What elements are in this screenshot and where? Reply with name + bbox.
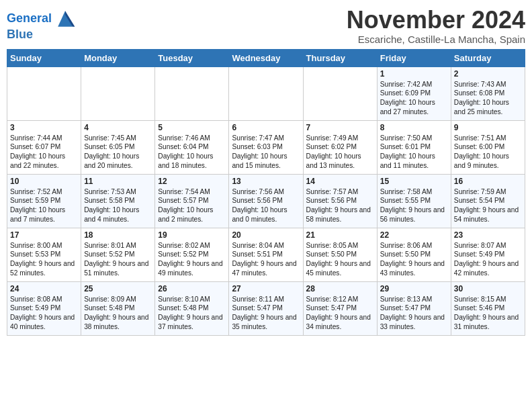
calendar-cell [303, 66, 377, 120]
day-number: 25 [84, 284, 152, 293]
calendar-week-row: 3Sunrise: 7:44 AM Sunset: 6:07 PM Daylig… [7, 120, 525, 174]
calendar-cell: 27Sunrise: 8:11 AM Sunset: 5:47 PM Dayli… [229, 281, 303, 335]
day-number: 20 [232, 230, 300, 240]
cell-sun-info: Sunrise: 8:12 AM Sunset: 5:47 PM Dayligh… [306, 295, 374, 332]
cell-sun-info: Sunrise: 7:44 AM Sunset: 6:07 PM Dayligh… [10, 134, 78, 171]
day-of-week-header: Sunday [7, 49, 81, 66]
cell-sun-info: Sunrise: 8:04 AM Sunset: 5:51 PM Dayligh… [232, 241, 300, 278]
day-number: 24 [10, 284, 78, 293]
day-number: 29 [380, 284, 448, 293]
calendar-cell: 7Sunrise: 7:49 AM Sunset: 6:02 PM Daylig… [303, 120, 377, 174]
calendar-cell: 2Sunrise: 7:43 AM Sunset: 6:08 PM Daylig… [451, 66, 525, 120]
cell-sun-info: Sunrise: 8:05 AM Sunset: 5:50 PM Dayligh… [306, 241, 374, 278]
day-of-week-header: Saturday [451, 49, 525, 66]
cell-sun-info: Sunrise: 7:46 AM Sunset: 6:04 PM Dayligh… [158, 134, 226, 171]
calendar-header: SundayMondayTuesdayWednesdayThursdayFrid… [7, 49, 525, 66]
calendar-cell: 30Sunrise: 8:15 AM Sunset: 5:46 PM Dayli… [451, 281, 525, 335]
day-number: 23 [454, 230, 522, 240]
calendar-cell: 10Sunrise: 7:52 AM Sunset: 5:59 PM Dayli… [7, 174, 81, 228]
day-number: 19 [158, 230, 226, 240]
calendar-cell: 1Sunrise: 7:42 AM Sunset: 6:09 PM Daylig… [377, 66, 451, 120]
calendar-week-row: 10Sunrise: 7:52 AM Sunset: 5:59 PM Dayli… [7, 174, 525, 228]
cell-sun-info: Sunrise: 7:47 AM Sunset: 6:03 PM Dayligh… [232, 134, 300, 171]
day-number: 1 [380, 69, 448, 79]
cell-sun-info: Sunrise: 7:43 AM Sunset: 6:08 PM Dayligh… [454, 80, 522, 117]
cell-sun-info: Sunrise: 7:50 AM Sunset: 6:01 PM Dayligh… [380, 134, 448, 171]
day-number: 3 [10, 123, 78, 132]
day-number: 28 [306, 284, 374, 293]
day-number: 16 [454, 177, 522, 186]
logo-icon [53, 9, 77, 28]
calendar-cell: 12Sunrise: 7:54 AM Sunset: 5:57 PM Dayli… [155, 174, 229, 228]
cell-sun-info: Sunrise: 8:15 AM Sunset: 5:46 PM Dayligh… [454, 295, 522, 332]
day-number: 8 [380, 123, 448, 132]
calendar-week-row: 17Sunrise: 8:00 AM Sunset: 5:53 PM Dayli… [7, 228, 525, 281]
calendar-cell: 8Sunrise: 7:50 AM Sunset: 6:01 PM Daylig… [377, 120, 451, 174]
calendar-cell [81, 66, 155, 120]
calendar-cell: 14Sunrise: 7:57 AM Sunset: 5:56 PM Dayli… [303, 174, 377, 228]
cell-sun-info: Sunrise: 8:00 AM Sunset: 5:53 PM Dayligh… [10, 241, 78, 278]
cell-sun-info: Sunrise: 8:09 AM Sunset: 5:48 PM Dayligh… [84, 295, 152, 332]
calendar-cell: 21Sunrise: 8:05 AM Sunset: 5:50 PM Dayli… [303, 228, 377, 281]
cell-sun-info: Sunrise: 8:01 AM Sunset: 5:52 PM Dayligh… [84, 241, 152, 278]
cell-sun-info: Sunrise: 8:13 AM Sunset: 5:47 PM Dayligh… [380, 295, 448, 332]
calendar-body: 1Sunrise: 7:42 AM Sunset: 6:09 PM Daylig… [7, 66, 525, 335]
cell-sun-info: Sunrise: 8:10 AM Sunset: 5:48 PM Dayligh… [158, 295, 226, 332]
day-number: 11 [84, 177, 152, 186]
location-subtitle: Escariche, Castille-La Mancha, Spain [347, 34, 525, 45]
calendar-cell: 29Sunrise: 8:13 AM Sunset: 5:47 PM Dayli… [377, 281, 451, 335]
calendar-week-row: 1Sunrise: 7:42 AM Sunset: 6:09 PM Daylig… [7, 66, 525, 120]
day-number: 10 [10, 177, 78, 186]
day-number: 13 [232, 177, 300, 186]
calendar-cell: 11Sunrise: 7:53 AM Sunset: 5:58 PM Dayli… [81, 174, 155, 228]
calendar-cell: 25Sunrise: 8:09 AM Sunset: 5:48 PM Dayli… [81, 281, 155, 335]
cell-sun-info: Sunrise: 8:08 AM Sunset: 5:49 PM Dayligh… [10, 295, 78, 332]
cell-sun-info: Sunrise: 7:53 AM Sunset: 5:58 PM Dayligh… [84, 187, 152, 224]
day-number: 17 [10, 230, 78, 240]
calendar-cell: 19Sunrise: 8:02 AM Sunset: 5:52 PM Dayli… [155, 228, 229, 281]
day-number: 15 [380, 177, 448, 186]
calendar-cell: 23Sunrise: 8:07 AM Sunset: 5:49 PM Dayli… [451, 228, 525, 281]
cell-sun-info: Sunrise: 8:11 AM Sunset: 5:47 PM Dayligh… [232, 295, 300, 332]
calendar-cell: 13Sunrise: 7:56 AM Sunset: 5:56 PM Dayli… [229, 174, 303, 228]
calendar-cell: 3Sunrise: 7:44 AM Sunset: 6:07 PM Daylig… [7, 120, 81, 174]
calendar-cell: 28Sunrise: 8:12 AM Sunset: 5:47 PM Dayli… [303, 281, 377, 335]
day-of-week-header: Thursday [303, 49, 377, 66]
cell-sun-info: Sunrise: 7:59 AM Sunset: 5:54 PM Dayligh… [454, 187, 522, 224]
calendar-cell: 16Sunrise: 7:59 AM Sunset: 5:54 PM Dayli… [451, 174, 525, 228]
calendar-cell: 6Sunrise: 7:47 AM Sunset: 6:03 PM Daylig… [229, 120, 303, 174]
header-row: SundayMondayTuesdayWednesdayThursdayFrid… [7, 49, 525, 66]
logo-text: General [7, 12, 52, 26]
calendar-cell [7, 66, 81, 120]
cell-sun-info: Sunrise: 7:42 AM Sunset: 6:09 PM Dayligh… [380, 80, 448, 117]
day-of-week-header: Friday [377, 49, 451, 66]
calendar-cell [155, 66, 229, 120]
cell-sun-info: Sunrise: 8:06 AM Sunset: 5:50 PM Dayligh… [380, 241, 448, 278]
cell-sun-info: Sunrise: 8:07 AM Sunset: 5:49 PM Dayligh… [454, 241, 522, 278]
title-block: November 2024 Escariche, Castille-La Man… [347, 7, 525, 45]
cell-sun-info: Sunrise: 7:49 AM Sunset: 6:02 PM Dayligh… [306, 134, 374, 171]
cell-sun-info: Sunrise: 7:56 AM Sunset: 5:56 PM Dayligh… [232, 187, 300, 224]
calendar-cell: 24Sunrise: 8:08 AM Sunset: 5:49 PM Dayli… [7, 281, 81, 335]
day-number: 14 [306, 177, 374, 186]
calendar-cell: 9Sunrise: 7:51 AM Sunset: 6:00 PM Daylig… [451, 120, 525, 174]
calendar-cell: 4Sunrise: 7:45 AM Sunset: 6:05 PM Daylig… [81, 120, 155, 174]
cell-sun-info: Sunrise: 8:02 AM Sunset: 5:52 PM Dayligh… [158, 241, 226, 278]
cell-sun-info: Sunrise: 7:57 AM Sunset: 5:56 PM Dayligh… [306, 187, 374, 224]
page-header: General Blue November 2024 Escariche, Ca… [7, 7, 525, 45]
day-number: 26 [158, 284, 226, 293]
calendar-week-row: 24Sunrise: 8:08 AM Sunset: 5:49 PM Dayli… [7, 281, 525, 335]
calendar-cell: 18Sunrise: 8:01 AM Sunset: 5:52 PM Dayli… [81, 228, 155, 281]
calendar-cell: 17Sunrise: 8:00 AM Sunset: 5:53 PM Dayli… [7, 228, 81, 281]
cell-sun-info: Sunrise: 7:54 AM Sunset: 5:57 PM Dayligh… [158, 187, 226, 224]
day-number: 6 [232, 123, 300, 132]
day-number: 21 [306, 230, 374, 240]
month-title: November 2024 [347, 7, 525, 34]
cell-sun-info: Sunrise: 7:51 AM Sunset: 6:00 PM Dayligh… [454, 134, 522, 171]
calendar-table: SundayMondayTuesdayWednesdayThursdayFrid… [7, 49, 525, 336]
day-number: 9 [454, 123, 522, 132]
day-number: 7 [306, 123, 374, 132]
logo-blue: Blue [7, 28, 79, 42]
day-of-week-header: Monday [81, 49, 155, 66]
day-number: 22 [380, 230, 448, 240]
